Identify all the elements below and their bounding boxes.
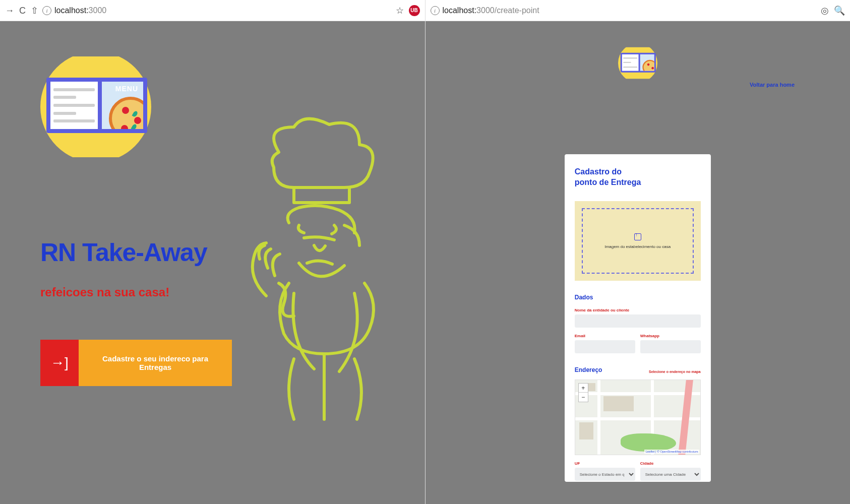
back-home-link[interactable]: Voltar para home: [750, 82, 795, 88]
app-logo: MENU: [40, 51, 151, 162]
url-port: 3000: [89, 6, 107, 15]
address-bar-left: → C ⇧ i localhost:3000 ☆ UB: [0, 0, 425, 21]
bookmark-star-icon[interactable]: ☆: [396, 5, 404, 16]
email-label: Email: [575, 334, 635, 338]
uf-select[interactable]: Selecione o Estado em que reside: [575, 468, 635, 481]
image-dropzone[interactable]: Imagem do estabelecimento ou casa: [575, 201, 701, 281]
whatsapp-label: Whatsapp: [640, 334, 701, 338]
section-dados-heading: Dados: [575, 294, 701, 301]
login-arrow-icon: →]: [40, 340, 79, 386]
url-host: localhost:: [54, 6, 89, 15]
app-logo-small: [618, 43, 657, 83]
cta-label: Cadastre o seu indereco para Entregas: [79, 340, 232, 386]
forward-icon[interactable]: →: [5, 6, 14, 15]
site-info-icon[interactable]: i: [42, 6, 51, 15]
url-path: /create-point: [495, 6, 539, 15]
city-select[interactable]: Selecione uma Cidade: [640, 468, 701, 481]
url-port: 3000: [476, 6, 495, 15]
leaflet-map[interactable]: + − Leaflet | © OpenStreetMap contributo…: [575, 380, 701, 455]
left-pane: → C ⇧ i localhost:3000 ☆ UB: [0, 0, 426, 504]
register-cta-button[interactable]: →] Cadastre o seu indereco para Entregas: [40, 340, 232, 386]
name-input[interactable]: [575, 314, 701, 328]
map-attribution: Leaflet | © OpenStreetMap contributors: [644, 450, 699, 454]
pizza-icon: [109, 97, 143, 129]
chef-illustration: [218, 117, 410, 429]
ublock-extension-icon[interactable]: UB: [409, 5, 420, 16]
zoom-out-button[interactable]: −: [579, 393, 588, 402]
reload-icon[interactable]: C: [19, 6, 26, 15]
section-endereco-heading: Endereço: [575, 366, 602, 373]
whatsapp-input[interactable]: [640, 340, 701, 353]
email-input[interactable]: [575, 340, 635, 353]
endereco-hint: Selecione o endereço no mapa: [649, 370, 701, 373]
search-icon[interactable]: 🔍: [834, 5, 845, 16]
upload-icon: [634, 233, 641, 240]
name-label: Nome da entidade ou cliente: [575, 308, 701, 312]
url-box[interactable]: i localhost:3000: [42, 6, 392, 15]
zoom-in-button[interactable]: +: [579, 384, 588, 393]
uf-label: UF: [575, 461, 635, 466]
right-pane: i localhost:3000/create-point ◎ 🔍: [426, 0, 851, 504]
address-bar-right: i localhost:3000/create-point ◎ 🔍: [426, 0, 851, 21]
menu-label: MENU: [115, 85, 138, 93]
create-point-form: Cadastro do ponto de Entrega Imagem do e…: [565, 154, 711, 482]
url-host: localhost:: [443, 6, 477, 15]
url-box[interactable]: i localhost:3000/create-point: [431, 6, 817, 15]
form-title: Cadastro do ponto de Entrega: [575, 166, 701, 188]
map-zoom-controls[interactable]: + −: [578, 383, 588, 402]
target-icon[interactable]: ◎: [821, 5, 829, 16]
home-icon[interactable]: ⇧: [31, 6, 38, 15]
dropzone-text: Imagem do estabelecimento ou casa: [604, 244, 671, 249]
city-label: Cidade: [640, 461, 701, 466]
site-info-icon[interactable]: i: [431, 6, 440, 15]
